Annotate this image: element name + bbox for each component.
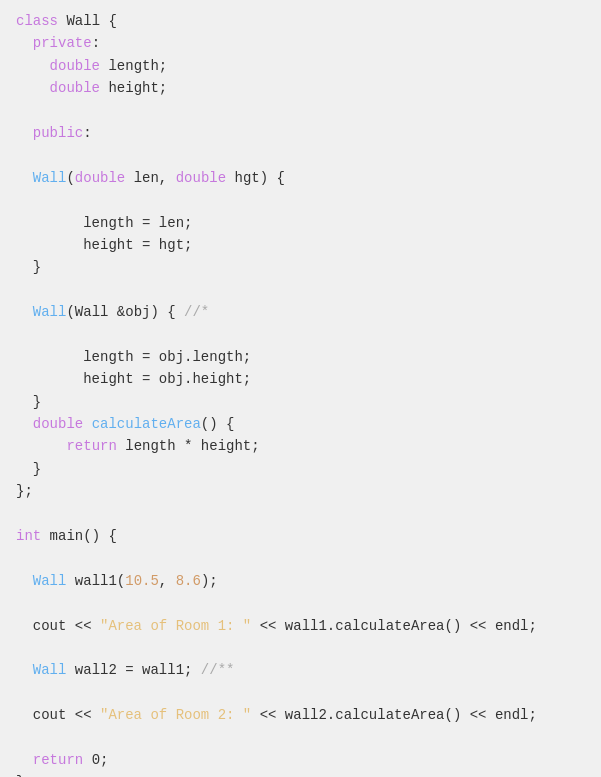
code-line: Wall wall2 = wall1; //** [16,659,585,681]
code-line: }; [16,480,585,502]
code-line [16,682,585,704]
code-line: Wall wall1(10.5, 8.6); [16,570,585,592]
code-line: height = obj.height; [16,368,585,390]
code-line: double height; [16,77,585,99]
code-line [16,189,585,211]
code-block: class Wall { private: double length; dou… [16,10,585,777]
code-line: public: [16,122,585,144]
code-line: cout << "Area of Room 1: " << wall1.calc… [16,615,585,637]
code-line: double length; [16,55,585,77]
code-line [16,100,585,122]
code-line [16,547,585,569]
code-line: cout << "Area of Room 2: " << wall2.calc… [16,704,585,726]
code-line [16,323,585,345]
code-line: length = obj.length; [16,346,585,368]
code-line: Wall(Wall &obj) { //* [16,301,585,323]
code-line: } [16,771,585,777]
code-line [16,503,585,525]
code-line [16,637,585,659]
code-line: class Wall { [16,10,585,32]
code-line [16,727,585,749]
code-line: } [16,391,585,413]
code-line: private: [16,32,585,54]
code-line [16,279,585,301]
code-line: double calculateArea() { [16,413,585,435]
code-line: return 0; [16,749,585,771]
code-line: length = len; [16,212,585,234]
code-line: int main() { [16,525,585,547]
code-line: Wall(double len, double hgt) { [16,167,585,189]
code-editor: class Wall { private: double length; dou… [0,0,601,777]
code-line [16,144,585,166]
code-line [16,592,585,614]
code-line: height = hgt; [16,234,585,256]
code-line: } [16,256,585,278]
code-line: } [16,458,585,480]
code-line: return length * height; [16,435,585,457]
